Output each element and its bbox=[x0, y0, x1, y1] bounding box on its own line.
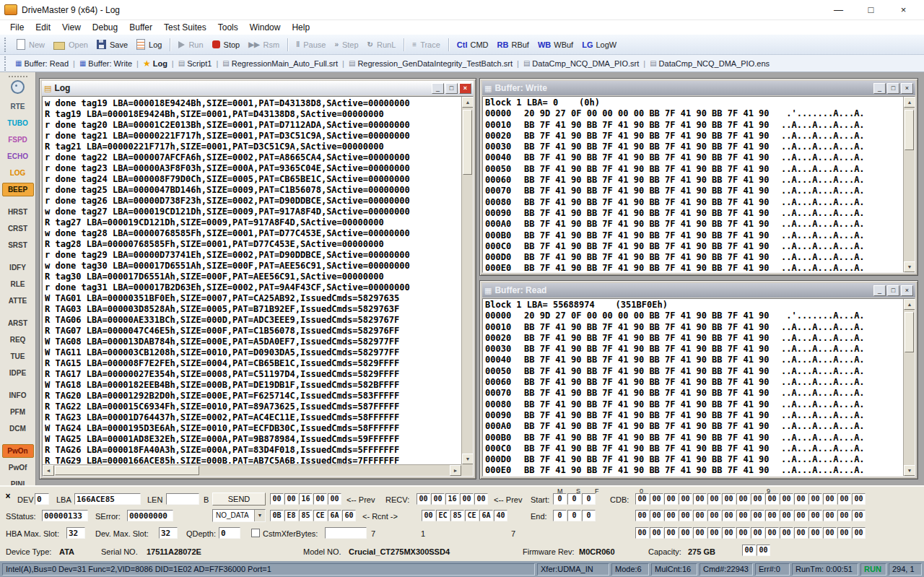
log-vertical-scrollbar[interactable]: ▲ ▼ bbox=[461, 97, 473, 464]
cdb-byte-field[interactable]: 00 bbox=[765, 527, 779, 539]
menu-file[interactable]: File bbox=[4, 21, 30, 34]
cdb-byte-field[interactable]: 00 bbox=[823, 510, 837, 521]
sidebar-item-arst[interactable]: ARST bbox=[2, 316, 34, 330]
scroll-down-icon[interactable]: ▼ bbox=[904, 261, 915, 272]
rcnt-right-byte-field[interactable]: CE bbox=[465, 510, 479, 521]
cdb-byte-field[interactable]: 00 bbox=[765, 493, 779, 505]
buffer-write-scroll-thumb[interactable] bbox=[905, 110, 914, 150]
cdb-byte-field[interactable]: 00 bbox=[693, 527, 707, 539]
sidebar-item-dcm[interactable]: DCM bbox=[2, 422, 34, 435]
toolbar-save-button[interactable]: Save bbox=[92, 36, 132, 53]
sidebar-item-req[interactable]: REQ bbox=[2, 333, 34, 347]
toolbar-run-button[interactable]: Run bbox=[174, 36, 207, 53]
protocol-dropdown[interactable]: NO_DATA ▼ bbox=[212, 509, 266, 522]
cdb-byte-field[interactable]: 00 bbox=[707, 510, 721, 521]
cstm-xfer-field[interactable] bbox=[325, 527, 367, 539]
cdb-byte-field[interactable]: 00 bbox=[794, 510, 808, 521]
cdb-byte-field[interactable]: 00 bbox=[765, 510, 779, 521]
send-byte-field[interactable]: 16 bbox=[299, 493, 313, 505]
sidebar-item-hrst[interactable]: HRST bbox=[2, 205, 34, 219]
cdb-byte-field[interactable]: 00 bbox=[736, 493, 750, 505]
tab-bar-grip[interactable] bbox=[4, 56, 9, 71]
menu-help[interactable]: Help bbox=[286, 21, 315, 34]
buffer-write-scrollbar[interactable]: ▲ ▼ bbox=[903, 97, 915, 272]
menu-window[interactable]: Window bbox=[244, 21, 287, 34]
buffer-read-close-button[interactable]: × bbox=[901, 285, 913, 296]
sidebar-item-pwof[interactable]: PwOf bbox=[2, 461, 34, 474]
cdb-byte-field[interactable]: 00 bbox=[635, 527, 649, 539]
rcnt-right-byte-field[interactable]: 6A bbox=[479, 510, 493, 521]
sidebar-tool-icon[interactable] bbox=[11, 80, 25, 94]
minimize-button[interactable]: — bbox=[822, 0, 855, 19]
cdb-byte-field[interactable]: 00 bbox=[664, 527, 678, 539]
tab-datacmp-ncq-dma-pio-ens[interactable]: ▤DataCmp_NCQ_DMA_PIO.ens bbox=[647, 58, 772, 69]
end-m-field[interactable]: 0 bbox=[553, 510, 567, 521]
scroll-up-icon[interactable]: ▲ bbox=[904, 299, 915, 310]
cdb-byte-field[interactable]: 00 bbox=[722, 527, 736, 539]
sidebar-item-pfm[interactable]: PFM bbox=[2, 405, 34, 419]
rcnt-left-byte-field[interactable]: 6A bbox=[328, 510, 341, 521]
send-byte-field[interactable]: 00 bbox=[284, 493, 298, 505]
rcnt-left-byte-field[interactable]: 0B bbox=[270, 510, 284, 521]
cdb-byte-field[interactable]: 00 bbox=[837, 493, 851, 505]
sidebar-item-tubo[interactable]: TUBO bbox=[2, 116, 34, 130]
sidebar-item-fspd[interactable]: FSPD bbox=[2, 133, 34, 147]
sidebar-item-atte[interactable]: ATTE bbox=[2, 294, 34, 308]
sidebar-item-tue[interactable]: TUE bbox=[2, 350, 34, 363]
menu-tools[interactable]: Tools bbox=[212, 21, 244, 34]
sidebar-item-idfy[interactable]: IDFY bbox=[2, 261, 34, 274]
rcnt-right-byte-field[interactable]: 85 bbox=[450, 510, 464, 521]
cdb-byte-field[interactable]: 00 bbox=[852, 527, 866, 539]
cdb-byte-field[interactable]: 00 bbox=[852, 510, 866, 521]
cdb-byte-field[interactable]: 00 bbox=[650, 527, 663, 539]
log-minimize-button[interactable]: _ bbox=[432, 83, 444, 94]
toolbar-pause-button[interactable]: ‖Pause bbox=[292, 36, 330, 53]
buffer-read-restore-button[interactable]: □ bbox=[887, 285, 899, 296]
sidebar-item-rle[interactable]: RLE bbox=[2, 277, 34, 291]
tab-log[interactable]: ★Log bbox=[140, 58, 170, 69]
cstm-xfer-checkbox[interactable] bbox=[251, 529, 260, 537]
lba-field[interactable]: 166ACE85 bbox=[74, 493, 141, 505]
cdb-byte-field[interactable]: 00 bbox=[794, 527, 808, 539]
rcnt-left-byte-field[interactable]: 85 bbox=[299, 510, 313, 521]
toolbar-runl-button[interactable]: ↻RunL bbox=[363, 36, 401, 53]
sidebar-item-log[interactable]: LOG bbox=[2, 166, 34, 180]
cdb-byte-field[interactable]: 00 bbox=[707, 527, 721, 539]
send-button[interactable]: SEND bbox=[212, 493, 266, 506]
serror-field[interactable]: 00000000 bbox=[127, 510, 173, 521]
close-button[interactable]: × bbox=[887, 0, 920, 19]
panel-close-button[interactable]: × bbox=[3, 491, 13, 501]
log-vscroll-thumb[interactable] bbox=[463, 110, 472, 175]
sidebar-item-info[interactable]: INFO bbox=[2, 389, 34, 402]
cdb-byte-field[interactable]: 00 bbox=[664, 493, 678, 505]
end-s-field[interactable]: 0 bbox=[567, 510, 581, 521]
sidebar-item-srst[interactable]: SRST bbox=[2, 238, 34, 252]
cdb-byte-field[interactable]: 00 bbox=[693, 510, 707, 521]
cdb-byte-field[interactable]: 00 bbox=[693, 493, 707, 505]
cdb-byte-field[interactable]: 00 bbox=[736, 527, 750, 539]
rcnt-right-byte-field[interactable]: 00 bbox=[422, 510, 435, 521]
toolbar-log-button[interactable]: Log bbox=[132, 36, 166, 53]
toolbar-grip[interactable] bbox=[4, 38, 9, 52]
cdb-byte-field[interactable]: 00 bbox=[823, 527, 837, 539]
toolbar-rb-rbuf-button[interactable]: RBRBuf bbox=[493, 36, 533, 53]
cdb-byte-field[interactable]: 00 bbox=[780, 527, 793, 539]
scroll-down-icon[interactable]: ▼ bbox=[462, 454, 474, 464]
buffer-write-restore-button[interactable]: □ bbox=[887, 83, 899, 94]
send-byte-field[interactable]: 00 bbox=[313, 493, 327, 505]
sidebar-item-echo[interactable]: ECHO bbox=[2, 149, 34, 163]
toolbar-rsm-button[interactable]: ▶▶Rsm bbox=[244, 36, 284, 53]
menu-edit[interactable]: Edit bbox=[30, 21, 56, 34]
buffer-read-scrollbar[interactable]: ▲ ▼ bbox=[903, 299, 915, 476]
recv-byte-field[interactable]: 16 bbox=[445, 493, 459, 505]
cdb-byte-field[interactable]: 00 bbox=[751, 510, 764, 521]
tab-regression-gendataintegrity-testbatch[interactable]: ▤Regression_GenDataIntegrity_TestBatch.s… bbox=[346, 58, 515, 69]
cdb-byte-field[interactable]: 00 bbox=[635, 493, 649, 505]
cdb-byte-field[interactable]: 00 bbox=[794, 493, 808, 505]
buffer-read-minimize-button[interactable]: _ bbox=[873, 285, 886, 296]
dev-max-slot-field[interactable]: 32 bbox=[159, 527, 178, 539]
maximize-button[interactable]: □ bbox=[855, 0, 887, 19]
send-byte-field[interactable]: 00 bbox=[328, 493, 341, 505]
menu-test-suites[interactable]: Test Suites bbox=[158, 21, 212, 34]
log-restore-button[interactable]: □ bbox=[445, 83, 458, 94]
